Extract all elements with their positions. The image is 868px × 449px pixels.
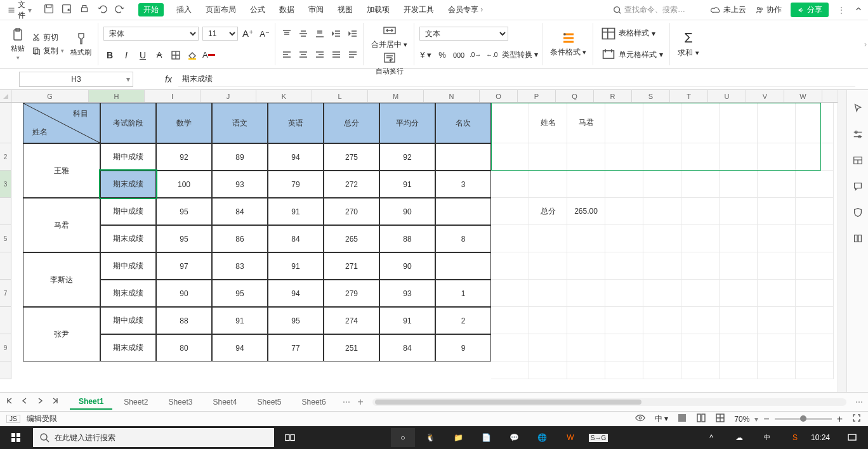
cell[interactable]: 93 [212,171,268,198]
cell[interactable]: 270 [324,198,379,225]
cell[interactable]: 86 [212,225,268,252]
cell[interactable]: 91 [212,307,268,334]
align-top-icon[interactable] [280,27,293,40]
formula-input[interactable]: 期末成绩 [178,72,855,87]
col-header[interactable]: S [632,90,670,102]
cell[interactable] [643,280,681,307]
cell-style[interactable]: 单元格样式 ▾ [598,47,666,62]
col-header[interactable]: M [368,90,424,102]
book-icon[interactable] [852,233,864,246]
undo-icon[interactable] [96,3,108,16]
cell[interactable]: 名次 [435,103,491,143]
indent-inc-icon[interactable] [346,27,359,40]
cell[interactable]: 79 [268,171,324,198]
cell[interactable]: 90 [379,252,435,280]
cell[interactable]: 88 [379,225,435,252]
align-center-icon[interactable] [297,48,310,61]
col-header[interactable]: P [518,90,556,102]
cell[interactable]: 265 [324,225,379,252]
cell[interactable] [605,225,643,252]
cell[interactable] [605,334,643,361]
cell[interactable] [605,171,643,198]
sheet-more-icon[interactable]: ⋯ [343,398,350,407]
cell[interactable] [529,252,567,280]
app-icon[interactable]: 📄 [475,428,499,447]
cell[interactable] [529,361,567,379]
row-header[interactable]: 2 [0,143,11,171]
cell[interactable] [720,143,758,171]
cell[interactable]: 95 [212,280,268,307]
cell[interactable] [529,307,567,334]
cell[interactable] [758,103,796,143]
cell[interactable]: 95 [268,307,324,334]
cell[interactable]: 84 [268,225,324,252]
app-icon[interactable]: S→G [586,428,610,447]
font-family-select[interactable]: 宋体 [103,27,199,41]
autosum-button[interactable]: Σ求和 ▾ [675,30,701,58]
sheet-nav-last[interactable] [51,396,60,407]
cell[interactable] [491,103,529,143]
cell[interactable] [681,361,720,379]
cell[interactable] [643,307,681,334]
start-button[interactable] [4,428,28,447]
cell[interactable]: 251 [324,334,379,361]
chat-icon[interactable] [852,181,864,194]
col-header[interactable]: R [594,90,632,102]
sheet-tab[interactable]: Sheet3 [159,395,201,409]
cell[interactable]: 84 [212,198,268,225]
cell[interactable]: 英语 [268,103,324,143]
tab-layout[interactable]: 页面布局 [204,3,237,16]
tab-review[interactable]: 审阅 [307,3,325,16]
cell[interactable] [796,103,834,143]
cell[interactable]: 马君 [23,198,100,252]
more-icon[interactable]: ⋮ [838,6,845,15]
cell[interactable]: 89 [212,143,268,171]
cell[interactable] [720,103,758,143]
add-sheet-icon[interactable]: + [358,396,364,408]
type-convert[interactable]: 类型转换 ▾ [502,49,538,60]
lang-icon[interactable]: 中 ▾ [655,413,668,424]
col-header[interactable]: H [89,90,145,102]
cell[interactable]: 100 [156,171,212,198]
col-header[interactable]: T [670,90,708,102]
cell[interactable] [567,307,605,334]
cell[interactable] [567,361,605,379]
cell[interactable]: 期末成绩 [100,280,156,307]
save-icon[interactable] [43,3,55,16]
cell[interactable] [758,334,796,361]
cell[interactable] [605,280,643,307]
collapse-ribbon-icon[interactable] [854,4,863,15]
cell[interactable]: 77 [268,334,324,361]
fill-color-icon[interactable] [186,49,199,62]
wrap-text-button[interactable]: 自动换行 [369,50,410,76]
cell[interactable]: 97 [156,252,212,280]
cell[interactable] [643,361,681,379]
ribbon-scroll-right[interactable]: › [864,40,867,49]
command-search[interactable]: 查找命令、搜索… [613,4,702,15]
bold-icon[interactable]: B [103,49,116,62]
cell[interactable] [796,307,834,334]
cell[interactable] [681,103,720,143]
merge-center-button[interactable]: 合并居中 ▾ [369,23,410,50]
cell[interactable]: 科目姓名 [23,103,100,143]
vertical-scrollbar[interactable] [838,90,846,392]
cell[interactable]: 期中成绩 [100,252,156,280]
cell[interactable] [567,252,605,280]
cell[interactable] [491,198,529,225]
cell[interactable] [567,225,605,252]
row-header[interactable] [0,252,11,280]
cell[interactable] [796,361,834,379]
cell[interactable]: 274 [324,307,379,334]
cell[interactable]: 平均分 [379,103,435,143]
cell[interactable] [758,252,796,280]
select-all-corner[interactable] [0,90,11,103]
cell[interactable] [643,198,681,225]
cell[interactable]: 总分 [529,198,567,225]
strike-icon[interactable]: A [153,49,166,62]
cell[interactable] [720,252,758,280]
cell[interactable] [605,143,643,171]
cell[interactable] [681,171,720,198]
horizontal-scrollbar[interactable] [372,398,846,406]
cell[interactable]: 92 [379,143,435,171]
fx-icon[interactable]: fx [165,74,172,84]
